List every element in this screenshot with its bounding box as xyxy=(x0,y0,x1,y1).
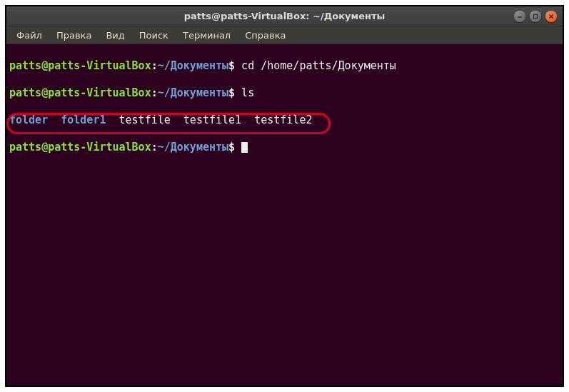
prompt-path: ~/Документы xyxy=(158,141,228,154)
terminal-body[interactable]: patts@patts-VirtualBox:~/Документы$ cd /… xyxy=(6,44,563,386)
prompt-colon: : xyxy=(151,86,158,99)
terminal-line-1: patts@patts-VirtualBox:~/Документы$ cd /… xyxy=(9,59,560,73)
prompt-path: ~/Документы xyxy=(158,59,228,72)
ls-directory: folder1 xyxy=(61,114,106,126)
window-title: patts@patts-VirtualBox: ~/Документы xyxy=(184,11,385,21)
close-button[interactable] xyxy=(545,11,557,22)
menu-terminal[interactable]: Терминал xyxy=(176,28,238,43)
prompt-user-host: patts@patts-VirtualBox xyxy=(9,59,151,72)
prompt-user-host: patts@patts-VirtualBox xyxy=(9,86,151,99)
minimize-button[interactable] xyxy=(514,11,525,22)
terminal-line-3-ls-output: folder folder1 testfile testfile1 testfi… xyxy=(9,114,560,127)
menu-search[interactable]: Поиск xyxy=(132,28,176,43)
cursor-block xyxy=(241,142,248,153)
maximize-button[interactable] xyxy=(530,11,541,22)
command-empty xyxy=(235,141,241,154)
ls-directory: folder xyxy=(9,114,48,126)
ls-file: testfile2 xyxy=(254,114,312,126)
prompt-symbol: $ xyxy=(228,59,235,72)
command-cd: cd /home/patts/Документы xyxy=(235,59,396,72)
prompt-colon: : xyxy=(151,141,158,154)
ls-file: testfile1 xyxy=(183,114,241,126)
close-icon xyxy=(548,14,554,19)
command-ls: ls xyxy=(235,86,254,99)
prompt-user-host: patts@patts-VirtualBox xyxy=(9,141,151,154)
terminal-line-2: patts@patts-VirtualBox:~/Документы$ ls xyxy=(9,86,560,100)
menu-edit[interactable]: Правка xyxy=(49,28,99,43)
terminal-line-4: patts@patts-VirtualBox:~/Документы$ xyxy=(9,141,560,154)
prompt-symbol: $ xyxy=(228,86,235,99)
titlebar: patts@patts-VirtualBox: ~/Документы xyxy=(6,6,563,26)
menu-file[interactable]: Файл xyxy=(9,28,49,43)
svg-rect-1 xyxy=(534,14,538,18)
minimize-icon xyxy=(517,14,523,19)
ls-file: testfile xyxy=(119,114,171,126)
prompt-symbol: $ xyxy=(228,141,235,154)
menubar: Файл Правка Вид Поиск Терминал Справка xyxy=(6,26,563,44)
terminal-window: patts@patts-VirtualBox: ~/Документы Файл… xyxy=(5,5,564,387)
prompt-colon: : xyxy=(151,59,158,72)
menu-help[interactable]: Справка xyxy=(238,28,293,43)
maximize-icon xyxy=(533,14,538,19)
window-controls xyxy=(514,11,557,22)
prompt-path: ~/Документы xyxy=(158,86,228,99)
menu-view[interactable]: Вид xyxy=(99,28,131,43)
